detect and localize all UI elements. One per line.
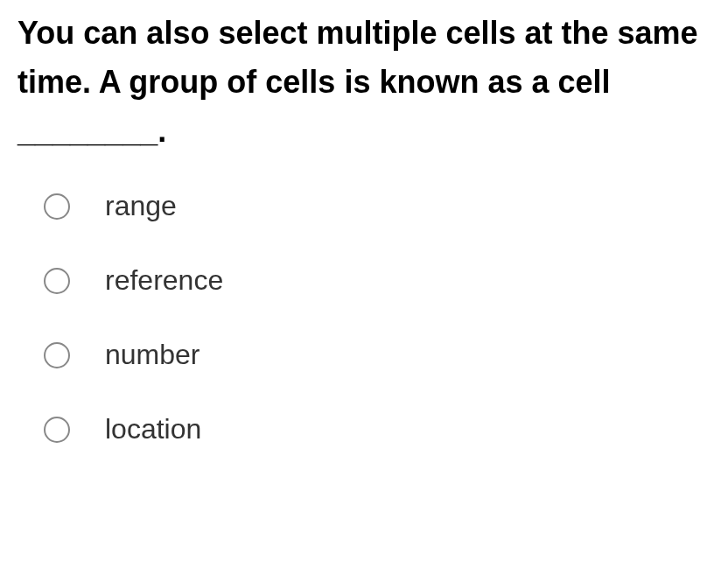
radio-icon [44, 193, 70, 220]
radio-icon [44, 342, 70, 368]
question-text: You can also select multiple cells at th… [18, 9, 710, 155]
option-range[interactable]: range [44, 190, 710, 222]
options-list: range reference number location [18, 190, 710, 445]
radio-icon [44, 268, 70, 294]
option-location[interactable]: location [44, 413, 710, 445]
radio-icon [44, 417, 70, 443]
option-reference[interactable]: reference [44, 264, 710, 297]
option-label: range [105, 190, 177, 222]
option-label: location [105, 413, 201, 445]
option-label: reference [105, 264, 223, 297]
option-number[interactable]: number [44, 339, 710, 371]
option-label: number [105, 339, 200, 371]
